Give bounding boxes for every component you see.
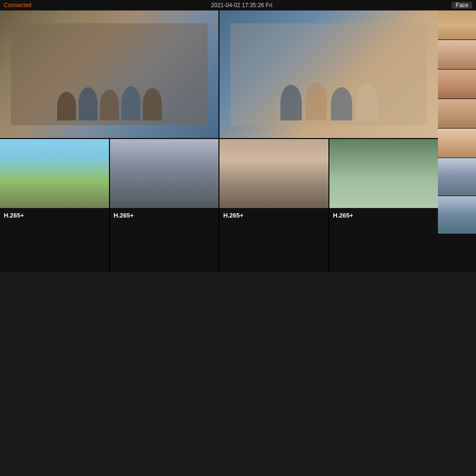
face-thumb-1[interactable] <box>438 10 476 40</box>
face-thumb-7[interactable] <box>438 196 476 234</box>
video-cell-bottom-4[interactable]: H.265+ <box>329 139 438 272</box>
codec-label-4: H.265+ <box>329 208 438 272</box>
video-row-bottom: H.265+ H.265+ H.265+ H.265+ <box>0 139 438 272</box>
face-thumb-3[interactable] <box>438 69 476 99</box>
top-bar: Connected 2021-04-02 17:35:26 Fri Face <box>0 0 476 10</box>
face-thumb-5[interactable] <box>438 129 476 158</box>
video-cell-bottom-3[interactable]: H.265+ <box>219 139 329 272</box>
codec-label-1: H.265+ <box>0 208 109 272</box>
datetime-display: 2021-04-02 17:35:26 Fri <box>211 2 272 9</box>
face-thumb-2[interactable] <box>438 40 476 69</box>
bottom-half: Face Detction Play Mode Common PlayBack … <box>0 272 476 476</box>
video-area: H.265+ H.265+ H.265+ H.265+ <box>0 10 438 272</box>
face-thumb-4[interactable] <box>438 99 476 129</box>
video-cell-top-2[interactable] <box>219 10 438 138</box>
face-tab[interactable]: Face <box>452 2 472 9</box>
face-thumb-6[interactable] <box>438 158 476 196</box>
codec-label-3: H.265+ <box>219 208 328 272</box>
video-cell-bottom-2[interactable]: H.265+ <box>110 139 220 272</box>
video-cell-top-1[interactable] <box>0 10 219 138</box>
video-cell-bottom-1[interactable]: H.265+ <box>0 139 110 272</box>
right-sidebar <box>438 10 476 272</box>
connected-status: Connected <box>4 2 31 9</box>
codec-label-2: H.265+ <box>110 208 219 272</box>
video-row-top <box>0 10 438 139</box>
